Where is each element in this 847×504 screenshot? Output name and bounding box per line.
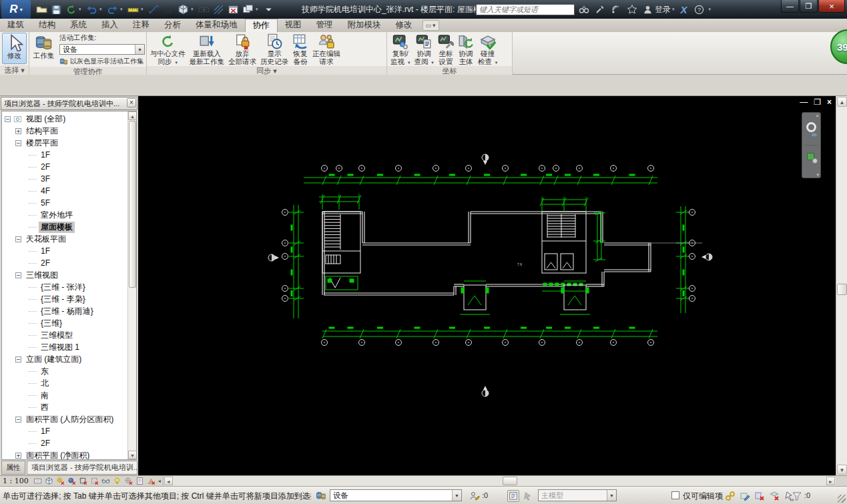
- steering-wheel-icon[interactable]: [806, 122, 816, 132]
- drawing-area[interactable]: — ❐ × × 2D ▾ 7.6: [138, 96, 836, 475]
- tree-item-{三维 - 李枭}[interactable]: {三维 - 李枭}: [2, 293, 127, 305]
- sign-in-button[interactable]: 登录 ▾: [641, 3, 675, 15]
- chevron-down-icon[interactable]: ▾: [141, 7, 146, 12]
- tree-item-视图 (全部)[interactable]: −视图 (全部): [2, 113, 127, 125]
- help-icon[interactable]: ?: [693, 3, 705, 15]
- crop-view-icon[interactable]: [78, 477, 88, 486]
- editing-requests-button[interactable]: 正在编辑请求: [311, 33, 342, 65]
- tree-item-东[interactable]: 东: [2, 365, 127, 377]
- collapse-icon[interactable]: −: [15, 417, 21, 423]
- ribbon-state-toggle[interactable]: ▭▾: [422, 20, 439, 31]
- relinquish-all-button[interactable]: 放弃全部请求: [227, 33, 258, 65]
- tab-管理[interactable]: 管理: [309, 19, 340, 32]
- collapse-icon[interactable]: −: [15, 236, 21, 242]
- close-hidden-windows-icon[interactable]: [226, 3, 240, 16]
- worksharing-display-icon[interactable]: [123, 477, 133, 486]
- reveal-hidden-icon[interactable]: [112, 477, 122, 486]
- tree-item-三维视图[interactable]: −三维视图: [2, 269, 127, 281]
- tab-结构[interactable]: 结构: [31, 19, 63, 32]
- tab-视图[interactable]: 视图: [278, 19, 309, 32]
- minimize-button[interactable]: —: [781, 0, 799, 13]
- application-menu-button[interactable]: R ▾: [1, 0, 31, 19]
- select-underlay-icon[interactable]: [739, 490, 751, 502]
- workset-status-select[interactable]: 设备 ▼: [330, 489, 462, 501]
- collapse-icon[interactable]: −: [5, 116, 11, 122]
- select-links-icon[interactable]: [724, 490, 736, 502]
- panel-tab-属性[interactable]: 属性: [1, 461, 25, 475]
- tree-item-面积平面 (净面积)[interactable]: +面积平面 (净面积): [2, 449, 127, 459]
- interference-check-button[interactable]: 碰撞检查 ▾: [477, 33, 499, 65]
- temporary-hide-isolate-icon[interactable]: [101, 477, 111, 486]
- select-panel-label[interactable]: 选择 ▾: [0, 65, 29, 75]
- chevron-down-icon[interactable]: ▾: [99, 7, 104, 12]
- select-by-face-icon[interactable]: [768, 490, 780, 502]
- active-workset-select[interactable]: 设备 ▼: [59, 44, 145, 55]
- crop-region-icon[interactable]: [89, 477, 99, 486]
- tab-体量和场地[interactable]: 体量和场地: [188, 19, 245, 32]
- collapse-icon[interactable]: −: [15, 140, 21, 146]
- restore-backup-button[interactable]: 恢复备份: [291, 33, 310, 65]
- tab-系统[interactable]: 系统: [63, 19, 94, 32]
- scroll-up-icon[interactable]: ▲: [837, 97, 847, 107]
- visual-style-icon[interactable]: [44, 477, 54, 486]
- vertical-scrollbar[interactable]: ▲ ▼: [836, 96, 847, 475]
- tree-item-面积平面 (人防分区面积)[interactable]: −面积平面 (人防分区面积): [2, 413, 127, 425]
- chevron-down-icon[interactable]: ▾: [79, 7, 83, 12]
- tab-插入[interactable]: 插入: [94, 19, 125, 32]
- sun-path-icon[interactable]: [55, 477, 65, 486]
- view-scale-button[interactable]: 1 : 100: [0, 477, 33, 485]
- close-button[interactable]: ×: [818, 0, 845, 13]
- modify-button[interactable]: 修改: [2, 33, 27, 64]
- infocenter-collapse-icon[interactable]: ▸: [470, 7, 473, 13]
- subscription-icon[interactable]: [594, 3, 606, 15]
- tab-附加模块[interactable]: 附加模块: [340, 19, 388, 32]
- shadows-icon[interactable]: [67, 477, 77, 486]
- chevron-down-icon[interactable]: ▾: [256, 7, 260, 12]
- tree-item-北[interactable]: 北: [2, 377, 127, 389]
- tree-item-2F[interactable]: 2F: [2, 437, 127, 449]
- tree-item-5F[interactable]: 5F: [2, 197, 127, 209]
- search-input[interactable]: [476, 4, 575, 15]
- coordinates-button[interactable]: 坐标设置: [437, 33, 455, 65]
- gray-inactive-worksets-toggle[interactable]: 以灰色显示非活动工作集: [59, 57, 145, 66]
- text-icon[interactable]: A: [162, 3, 175, 16]
- tree-item-三维视图 1[interactable]: 三维视图 1: [2, 341, 127, 353]
- tab-协作[interactable]: 协作: [245, 19, 278, 32]
- scroll-up-icon[interactable]: ▲: [128, 111, 137, 120]
- show-history-button[interactable]: 显示历史记录: [259, 33, 290, 65]
- tree-item-屋面楼板[interactable]: 屋面楼板: [2, 221, 127, 233]
- scroll-right-icon[interactable]: ►: [826, 477, 835, 485]
- tree-item-西[interactable]: 西: [2, 401, 127, 413]
- floor-plan-drawing[interactable]: 7.6: [138, 96, 836, 475]
- copy-monitor-button[interactable]: 复制/监视 ▾: [389, 33, 411, 65]
- favorites-icon[interactable]: [626, 3, 638, 15]
- analytical-model-icon[interactable]: [146, 477, 156, 486]
- tree-item-室外地坪[interactable]: 室外地坪: [2, 209, 127, 221]
- view-restore-icon[interactable]: ❐: [814, 97, 821, 107]
- tab-注释[interactable]: 注释: [125, 19, 157, 32]
- scroll-down-icon[interactable]: ▼: [128, 451, 137, 459]
- horizontal-scrollbar-thumb[interactable]: [503, 477, 517, 485]
- selection-filter-icon[interactable]: [791, 490, 803, 502]
- tree-scrollbar-thumb[interactable]: [129, 121, 136, 288]
- reload-latest-button[interactable]: 重新载入最新工作集: [188, 33, 226, 65]
- tree-item-4F[interactable]: 4F: [2, 185, 127, 197]
- measure-icon[interactable]: [126, 3, 139, 16]
- sync-with-central-button[interactable]: 与中心文件同步 ▾: [149, 33, 187, 65]
- thin-lines-icon[interactable]: [212, 3, 225, 16]
- tree-item-南[interactable]: 南: [2, 389, 127, 401]
- tree-item-立面 (建筑立面)[interactable]: −立面 (建筑立面): [2, 353, 127, 365]
- undo-icon[interactable]: [85, 3, 98, 16]
- tree-item-结构平面[interactable]: +结构平面: [2, 125, 127, 137]
- reconcile-hosting-button[interactable]: 协调主体: [457, 33, 475, 65]
- expand-icon[interactable]: +: [15, 128, 21, 134]
- qat-customize-icon[interactable]: [262, 3, 275, 16]
- chevron-down-icon[interactable]: ▾: [120, 7, 125, 12]
- collapse-icon[interactable]: ◂: [156, 478, 163, 484]
- tree-item-{三维}[interactable]: {三维}: [2, 317, 127, 329]
- tree-item-1F[interactable]: 1F: [2, 245, 127, 257]
- scroll-left-icon[interactable]: ◄: [164, 477, 173, 485]
- tree-item-2F[interactable]: 2F: [2, 257, 127, 269]
- switch-windows-icon[interactable]: [241, 3, 254, 16]
- restore-button[interactable]: ❐: [800, 0, 818, 13]
